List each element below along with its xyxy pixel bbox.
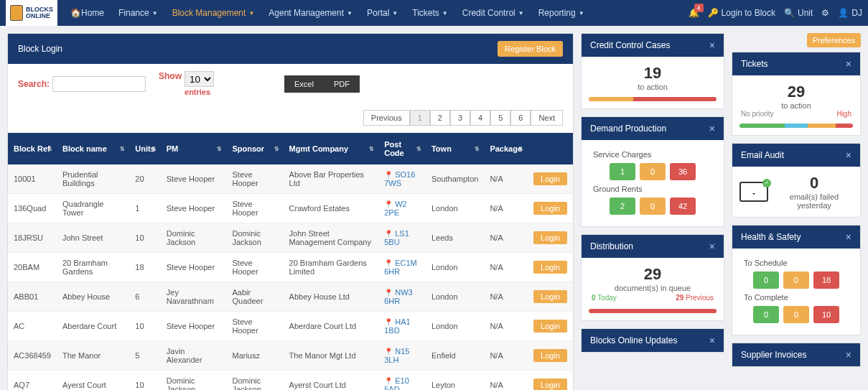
sort-icon: ⇅ bbox=[274, 146, 279, 152]
demand-production-widget: Demand Production× Service Charges 1 0 3… bbox=[581, 116, 724, 227]
chevron-down-icon: ▼ bbox=[579, 10, 584, 17]
row-login-button[interactable]: Login bbox=[533, 349, 567, 362]
sort-icon: ⇅ bbox=[475, 146, 480, 152]
panel-title: Block Login bbox=[18, 44, 62, 54]
close-icon[interactable]: × bbox=[846, 349, 851, 361]
page-length-select[interactable]: 10 bbox=[185, 71, 214, 87]
table-row: 136QuadQuadrangle Tower1Steve HooperStev… bbox=[8, 194, 573, 223]
close-icon[interactable]: × bbox=[846, 58, 851, 70]
envelope-icon: ✓ bbox=[739, 182, 768, 202]
alerts-bell[interactable]: 🔔 4 bbox=[689, 8, 699, 18]
email-count: 0 bbox=[775, 174, 853, 192]
table-row: 18JRSUJohn Street10Dominic JacksonDomini… bbox=[8, 223, 573, 253]
row-login-button[interactable]: Login bbox=[533, 320, 567, 333]
col-block-ref[interactable]: Block Ref⇅ bbox=[8, 133, 57, 164]
sc-amber[interactable]: 0 bbox=[640, 163, 666, 180]
close-icon[interactable]: × bbox=[709, 335, 715, 346]
pager-6[interactable]: 6 bbox=[510, 110, 531, 126]
tickets-count: 29 bbox=[739, 83, 853, 101]
col-package[interactable]: Package⇅ bbox=[484, 133, 528, 164]
search-icon: 🔍 bbox=[784, 8, 795, 18]
col-actions[interactable] bbox=[528, 133, 573, 164]
chevron-down-icon: ▼ bbox=[248, 10, 254, 17]
brand-logo[interactable]: BLOCKS ONLINE bbox=[6, 0, 57, 26]
nav-item-reporting[interactable]: Reporting ▼ bbox=[531, 0, 592, 26]
row-login-button[interactable]: Login bbox=[533, 290, 567, 303]
nav-item-block-management[interactable]: Block Management ▼ bbox=[165, 0, 262, 26]
col-sponsor[interactable]: Sponsor⇅ bbox=[226, 133, 283, 164]
col-units[interactable]: Units⇅ bbox=[129, 133, 161, 164]
pager-3[interactable]: 3 bbox=[450, 110, 470, 126]
sc-red[interactable]: 36 bbox=[670, 163, 696, 180]
pager-5[interactable]: 5 bbox=[490, 110, 510, 126]
user-menu[interactable]: 👤 DJ bbox=[838, 8, 862, 18]
table-row: 20BAM20 Bramham Gardens18Steve HooperSte… bbox=[8, 253, 573, 282]
sc-green[interactable]: 1 bbox=[610, 163, 635, 180]
settings-gear[interactable]: ⚙ bbox=[821, 8, 829, 18]
credit-control-widget: Credit Control Cases× 19 to action bbox=[581, 33, 724, 109]
close-icon[interactable]: × bbox=[846, 149, 851, 161]
nav-item-portal[interactable]: Portal ▼ bbox=[360, 0, 405, 26]
row-login-button[interactable]: Login bbox=[533, 379, 567, 390]
map-pin-icon: 📍 bbox=[384, 230, 393, 238]
chevron-down-icon: ▼ bbox=[152, 10, 158, 17]
col-block-name[interactable]: Block name⇅ bbox=[57, 133, 129, 164]
supplier-invoices-widget: Supplier Invoices× bbox=[732, 343, 861, 367]
login-to-block-link[interactable]: 🔑 Login to Block bbox=[708, 8, 775, 18]
search-label: Search: bbox=[18, 79, 50, 89]
distribution-widget: Distribution× 29 document(s) in queue 0 … bbox=[581, 234, 724, 321]
close-icon[interactable]: × bbox=[709, 123, 715, 134]
col-mgmt-company[interactable]: Mgmt Company⇅ bbox=[284, 133, 379, 164]
map-pin-icon: 📍 bbox=[384, 200, 393, 208]
table-row: AC368459The Manor5Javin AlexanderMariusz… bbox=[8, 341, 573, 371]
close-icon[interactable]: × bbox=[846, 231, 851, 243]
show-label: Show bbox=[159, 71, 182, 81]
pager-next[interactable]: Next bbox=[531, 110, 563, 126]
pager-previous[interactable]: Previous bbox=[363, 110, 410, 126]
sort-icon: ⇅ bbox=[120, 146, 125, 152]
nav-item-tickets[interactable]: Tickets ▼ bbox=[405, 0, 454, 26]
gr-amber[interactable]: 0 bbox=[640, 198, 666, 215]
table-row: 10001Prudential Buildings20Steve HooperS… bbox=[8, 164, 573, 194]
pager-2[interactable]: 2 bbox=[430, 110, 450, 126]
col-post-code[interactable]: Post Code⇅ bbox=[378, 133, 426, 164]
map-pin-icon: 📍 bbox=[384, 377, 393, 385]
register-block-button[interactable]: Register Block bbox=[498, 41, 563, 57]
gr-red[interactable]: 42 bbox=[670, 198, 696, 215]
email-audit-widget: Email Audit× ✓ 0 email(s) failed yesterd… bbox=[732, 143, 861, 218]
blocks-table: Block Ref⇅Block name⇅Units⇅PM⇅Sponsor⇅Mg… bbox=[8, 133, 573, 390]
nav-item-finance[interactable]: Finance ▼ bbox=[111, 0, 165, 26]
map-pin-icon: 📍 bbox=[384, 318, 393, 326]
close-icon[interactable]: × bbox=[709, 241, 715, 252]
map-pin-icon: 📍 bbox=[384, 171, 393, 179]
nav-item-agent-management[interactable]: Agent Management ▼ bbox=[261, 0, 360, 26]
entries-label: entries bbox=[185, 88, 210, 96]
preferences-button[interactable]: Preferences bbox=[807, 33, 861, 47]
row-login-button[interactable]: Login bbox=[533, 202, 567, 215]
sort-icon: ⇅ bbox=[47, 146, 52, 152]
close-icon[interactable]: × bbox=[709, 40, 715, 51]
export-pdf-button[interactable]: PDF bbox=[324, 75, 360, 93]
dist-count: 29 bbox=[589, 265, 717, 284]
chevron-down-icon: ▼ bbox=[442, 10, 448, 17]
pager-4[interactable]: 4 bbox=[470, 110, 490, 126]
map-pin-icon: 📍 bbox=[384, 348, 393, 356]
brand-line2: ONLINE bbox=[26, 13, 53, 19]
nav-item-credit-control[interactable]: Credit Control ▼ bbox=[455, 0, 531, 26]
export-excel-button[interactable]: Excel bbox=[284, 75, 324, 93]
gr-green[interactable]: 2 bbox=[610, 198, 635, 215]
check-icon: ✓ bbox=[762, 179, 771, 187]
table-row: ABB01Abbey House6Jey NavarathnamAabir Qu… bbox=[8, 282, 573, 312]
row-login-button[interactable]: Login bbox=[533, 261, 567, 274]
sort-icon: ⇅ bbox=[416, 146, 421, 152]
row-login-button[interactable]: Login bbox=[533, 231, 567, 244]
unit-search[interactable]: 🔍 Unit bbox=[784, 8, 813, 18]
nav-item-home[interactable]: 🏠 Home bbox=[63, 0, 111, 26]
pager-1[interactable]: 1 bbox=[410, 110, 430, 126]
col-town[interactable]: Town⇅ bbox=[426, 133, 484, 164]
credit-count: 19 bbox=[589, 64, 717, 83]
search-input[interactable] bbox=[52, 76, 146, 92]
login-icon: 🔑 bbox=[708, 8, 719, 18]
row-login-button[interactable]: Login bbox=[533, 172, 567, 185]
col-pm[interactable]: PM⇅ bbox=[161, 133, 227, 164]
